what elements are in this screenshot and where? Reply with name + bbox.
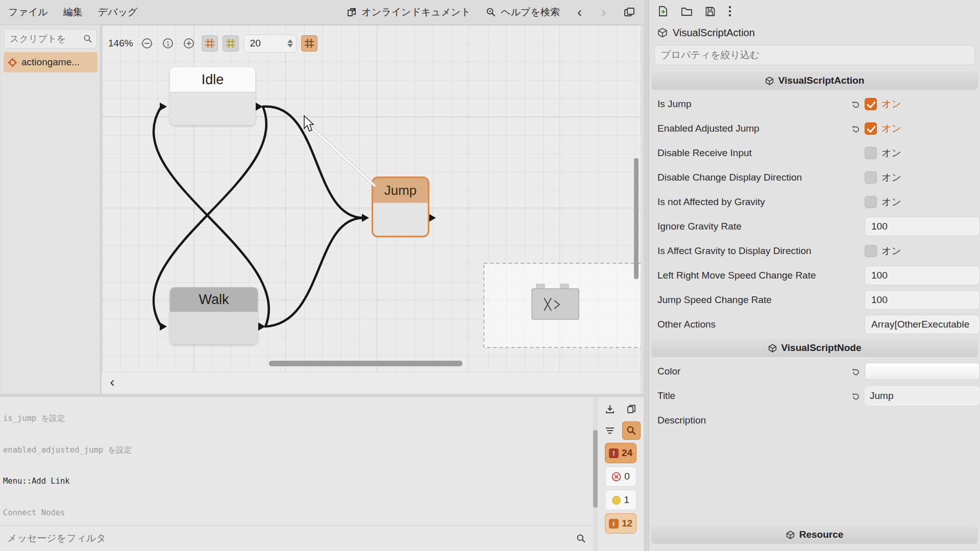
search-icon <box>83 34 92 43</box>
new-resource-icon[interactable] <box>657 6 669 17</box>
property-row-color: Color <box>649 359 980 384</box>
snap-step-spinbox[interactable]: 20 <box>243 34 297 53</box>
checkbox[interactable] <box>865 147 877 159</box>
log-scrollbar[interactable] <box>593 397 598 551</box>
minimap-toggle-button[interactable] <box>301 35 317 52</box>
cube-icon <box>657 28 668 38</box>
inspector-toolbar <box>649 0 980 22</box>
property-label: Is Jump <box>657 98 851 110</box>
help-search-button[interactable]: ヘルプを検索 <box>486 6 560 19</box>
log-search-button[interactable] <box>622 421 641 440</box>
help-search-icon <box>486 7 496 17</box>
category-visualscriptnode[interactable]: VisualScriptNode <box>651 339 978 357</box>
property-row-is-not-affected-by-gravity: Is not Affected by Gravity オン <box>649 190 980 214</box>
inspector-panel: VisualScriptAction VisualScriptAction Is… <box>649 0 980 551</box>
menu-file[interactable]: ファイル <box>8 6 48 19</box>
filter-lines-icon <box>605 425 615 436</box>
number-field[interactable]: 100 <box>865 217 980 236</box>
node-title-jump[interactable]: Jump <box>373 178 428 203</box>
node-body-walk <box>170 312 258 344</box>
canvas-hscrollbar[interactable] <box>269 361 462 366</box>
node-body-jump <box>373 203 428 236</box>
checkbox[interactable] <box>865 196 877 208</box>
kebab-menu-icon[interactable] <box>728 5 732 17</box>
port-walk-out <box>258 322 265 331</box>
log-filter-input[interactable] <box>7 533 576 544</box>
checkbox-label: オン <box>881 146 901 160</box>
property-label: Description <box>657 415 851 426</box>
errors-badge[interactable]: ! 24 <box>605 443 636 463</box>
collapse-panel-chevron[interactable]: ‹ <box>105 374 119 390</box>
grid-toggle-button[interactable] <box>223 35 239 52</box>
property-label: Ignore Gravity Rate <box>657 221 851 232</box>
log-line: Connect Nodes <box>3 508 590 518</box>
revert-icon[interactable] <box>851 392 860 400</box>
checkbox[interactable] <box>865 122 877 135</box>
port-jump-out <box>429 214 436 222</box>
zoom-level: 146% <box>108 38 133 49</box>
node-title-walk[interactable]: Walk <box>170 287 258 312</box>
array-field[interactable]: Array[OtherExecutable <box>865 315 980 334</box>
category-resource[interactable]: Resource <box>651 525 978 544</box>
download-icon <box>605 404 615 414</box>
revert-icon[interactable] <box>851 124 860 133</box>
graph-node-walk[interactable]: Walk <box>170 287 258 344</box>
scripts-filter-input[interactable] <box>10 34 83 44</box>
zoom-in-button[interactable] <box>181 35 197 52</box>
node-title-idle[interactable]: Idle <box>170 67 255 92</box>
number-field[interactable]: 100 <box>865 266 980 285</box>
history-forward-button[interactable]: › <box>599 6 608 19</box>
snap-toggle-button[interactable] <box>202 35 218 52</box>
history-back-button[interactable]: ‹ <box>575 6 584 19</box>
save-icon[interactable] <box>705 6 716 17</box>
wire-idle-to-jump <box>263 107 363 218</box>
zoom-out-button[interactable] <box>139 35 155 52</box>
scripts-filter <box>4 29 97 48</box>
copy-icon <box>626 404 636 414</box>
canvas-vscrollbar[interactable] <box>634 158 639 279</box>
panels-icon[interactable] <box>623 7 635 18</box>
canvas-bottom-strip <box>102 372 641 394</box>
property-filter-input[interactable] <box>661 49 968 61</box>
grid-snap-icon <box>205 38 215 48</box>
zoom-in-icon <box>183 37 195 49</box>
error-cross-icon <box>611 472 621 482</box>
graph-node-idle[interactable]: Idle <box>170 67 255 125</box>
menu-debug[interactable]: デバッグ <box>98 6 138 19</box>
property-row-is-jump: Is Jump オン <box>649 92 980 116</box>
title-text-field[interactable]: Jump <box>865 386 980 406</box>
number-field[interactable]: 100 <box>865 290 980 310</box>
save-log-button[interactable] <box>601 400 619 418</box>
script-list-item[interactable]: actiongame... <box>4 52 97 72</box>
property-row-ignore-gravity-rate: Ignore Gravity Rate 100 <box>649 214 980 239</box>
category-visualscriptaction[interactable]: VisualScriptAction <box>651 71 978 90</box>
checkbox[interactable] <box>865 98 877 110</box>
property-label: Disable Change Display Direction <box>657 172 851 183</box>
snap-step-value: 20 <box>250 38 261 49</box>
node-body-idle <box>170 92 255 125</box>
log-column: is_jump を設定 enabled_adjusted_jump を設定 Me… <box>0 397 593 551</box>
checkbox-label: オン <box>881 244 901 258</box>
info-icon: i <box>609 519 619 529</box>
warnings-badge[interactable]: 1 <box>605 490 636 510</box>
graph-canvas[interactable]: Idle Jump Walk 146% 1 <box>102 25 641 394</box>
stopped-badge[interactable]: 0 <box>605 466 636 487</box>
info-badge[interactable]: i 12 <box>605 513 636 534</box>
zoom-reset-button[interactable]: 1 <box>160 35 176 52</box>
online-doc-button[interactable]: オンラインドキュメント <box>347 6 471 19</box>
property-label: Left Right Move Speed Change Rate <box>657 270 851 281</box>
load-folder-icon[interactable] <box>681 6 693 16</box>
revert-icon[interactable] <box>851 100 860 109</box>
search-icon <box>626 425 636 436</box>
property-row-is-affect-gravity-to-display-direction: Is Affect Gravity to Display Direction オ… <box>649 239 980 263</box>
vertical-splitter[interactable] <box>644 0 649 551</box>
menu-edit[interactable]: 編集 <box>63 6 83 19</box>
collapse-duplicates-button[interactable] <box>601 421 619 440</box>
copy-log-button[interactable] <box>622 400 641 418</box>
graph-node-jump[interactable]: Jump <box>373 178 428 236</box>
color-picker-swatch[interactable] <box>865 363 980 380</box>
spinbox-arrows[interactable] <box>287 39 293 47</box>
revert-icon[interactable] <box>851 367 860 376</box>
checkbox[interactable] <box>865 171 877 184</box>
checkbox[interactable] <box>865 245 877 257</box>
